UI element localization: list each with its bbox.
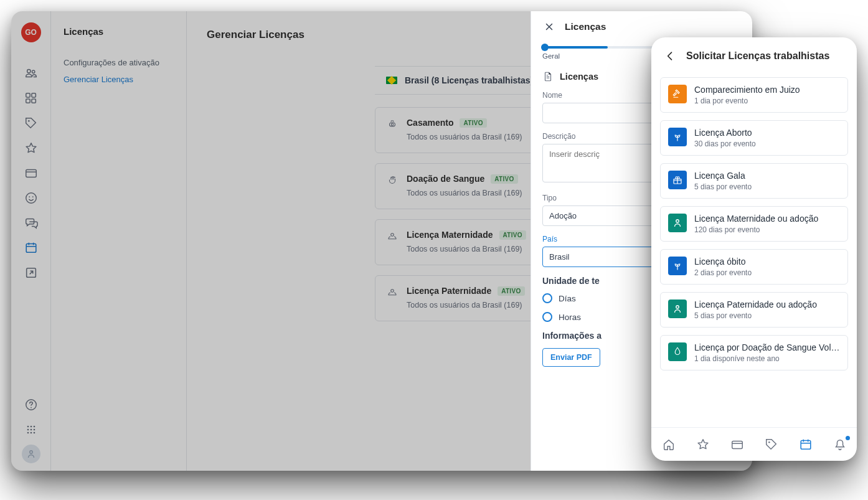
radio-hours-label: Horas — [559, 313, 581, 322]
request-item[interactable]: Licença Aborto30 dias por evento — [660, 120, 848, 156]
request-sub: 1 dia por evento — [694, 97, 800, 105]
status-badge: ATIVO — [491, 174, 517, 184]
request-sub: 5 dias por evento — [694, 311, 817, 320]
notification-dot — [846, 436, 850, 440]
request-sub: 1 dia disponíve neste ano — [694, 354, 840, 363]
gift-icon — [668, 171, 687, 189]
request-item[interactable]: Licença por Doação de Sangue Vol…1 dia d… — [660, 335, 848, 370]
tab-star-icon[interactable] — [696, 438, 710, 451]
request-sub: 120 dias por evento — [694, 225, 818, 234]
status-badge: ATIVO — [460, 118, 486, 128]
back-icon[interactable] — [663, 49, 677, 64]
icon-rail: GO — [11, 11, 51, 471]
drawer-title: Licenças — [565, 21, 606, 32]
maternity-icon — [387, 231, 398, 242]
avatar[interactable] — [22, 445, 40, 463]
nav-smile-icon[interactable] — [21, 188, 41, 208]
mobile-title: Solicitar Licenças trabalhistas — [686, 50, 829, 62]
nav-apps-icon[interactable] — [21, 88, 41, 108]
country-header-label: Brasil (8 Licenças trabalhistas) — [405, 75, 533, 85]
sidebar-item-activation-config[interactable]: Configurações de ativação — [64, 58, 174, 67]
nav-help-icon[interactable] — [21, 395, 41, 415]
request-item[interactable]: Comparecimiento em Juizo1 dia por evento — [660, 77, 848, 113]
request-title: Licença Gala — [694, 171, 752, 181]
tab-home-icon[interactable] — [662, 438, 676, 451]
person-icon — [668, 214, 687, 232]
brand-badge: GO — [21, 22, 41, 42]
nav-users-icon[interactable] — [21, 64, 41, 83]
radio-circle-icon — [542, 293, 552, 303]
request-sub: 2 dias por evento — [694, 268, 752, 277]
license-title: Casamento — [407, 118, 453, 128]
request-title: Licença óbito — [694, 257, 752, 267]
sidebar-title: Licenças — [64, 26, 174, 37]
nav-wallet-icon[interactable] — [21, 163, 41, 183]
tab-wallet-icon[interactable] — [730, 438, 744, 451]
secondary-sidebar: Licenças Configurações de ativação Geren… — [51, 11, 187, 471]
request-title: Licença Maternidade ou adoção — [694, 214, 818, 224]
license-title: Licença Paternidade — [407, 286, 491, 296]
radio-circle-icon — [542, 312, 552, 322]
file-icon — [542, 71, 554, 82]
tab-calendar-icon[interactable] — [799, 438, 813, 451]
request-title: Licença Paternidade ou adoção — [694, 300, 817, 309]
sprout-icon — [668, 128, 687, 146]
license-title: Doação de Sangue — [407, 174, 484, 184]
gavel-icon — [668, 85, 687, 103]
brazil-flag-icon — [386, 77, 397, 84]
tab-tag-icon[interactable] — [765, 438, 778, 451]
tab-bell-icon[interactable] — [833, 438, 847, 451]
blood-drop-icon — [668, 342, 687, 361]
request-title: Licença por Doação de Sangue Vol… — [694, 342, 840, 352]
nav-calendar-icon[interactable] — [21, 238, 41, 258]
mobile-tabbar — [651, 427, 857, 461]
nav-external-link-icon[interactable] — [21, 263, 41, 283]
sidebar-item-manage-licenses[interactable]: Gerenciar Licenças — [64, 75, 174, 84]
request-title: Licença Aborto — [694, 128, 756, 138]
donate-hand-icon — [387, 175, 398, 186]
license-title: Licença Maternidade — [407, 230, 493, 240]
request-item[interactable]: Licença Gala5 dias por evento — [660, 163, 848, 199]
status-badge: ATIVO — [498, 286, 524, 296]
nav-apps-grid-icon[interactable] — [21, 420, 41, 440]
mobile-app: Solicitar Licenças trabalhistas Comparec… — [651, 37, 857, 461]
nav-star-icon[interactable] — [21, 138, 41, 158]
nav-chats-icon[interactable] — [21, 213, 41, 233]
desktop-app: GO Licenças Configurações de ativação Ge… — [11, 11, 752, 471]
section-title: Licenças — [560, 72, 598, 82]
nav-tag-icon[interactable] — [21, 113, 41, 133]
status-badge: ATIVO — [499, 230, 526, 240]
request-item[interactable]: Licença Maternidade ou adoção120 dias po… — [660, 206, 848, 242]
request-item[interactable]: Licença óbito2 dias por evento — [660, 249, 848, 285]
request-leave-list[interactable]: Comparecimiento em Juizo1 dia por evento… — [651, 72, 857, 427]
request-sub: 5 dias por evento — [694, 182, 752, 191]
request-title: Comparecimiento em Juizo — [694, 85, 800, 95]
person-icon — [668, 300, 687, 318]
request-sub: 30 dias por evento — [694, 139, 756, 148]
sprout-icon — [668, 257, 687, 275]
radio-days-label: Días — [559, 294, 576, 303]
request-item[interactable]: Licença Paternidade ou adoção5 dias por … — [660, 292, 848, 328]
paternity-icon — [387, 287, 398, 298]
rings-icon — [387, 119, 398, 130]
close-icon[interactable] — [542, 20, 556, 34]
send-pdf-button[interactable]: Enviar PDF — [542, 348, 600, 367]
